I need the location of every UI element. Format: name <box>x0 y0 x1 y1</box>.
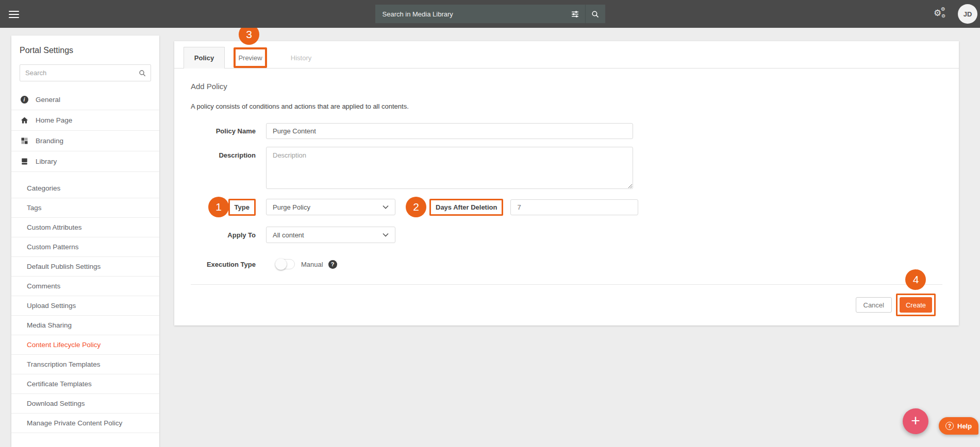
policy-name-input[interactable] <box>266 123 633 139</box>
toggle-knob <box>275 259 287 270</box>
sidebar-item-download-settings[interactable]: Download Settings <box>11 394 159 414</box>
add-policy-form: Policy Name Description 1 Type Purge Pol… <box>191 123 942 316</box>
form-actions: Cancel 4 Create <box>191 294 942 316</box>
description-label: Description <box>191 151 256 159</box>
sidebar-item-upload-settings[interactable]: Upload Settings <box>11 296 159 316</box>
execution-type-label: Execution Type <box>191 261 256 268</box>
help-button[interactable]: ? Help <box>939 417 978 435</box>
search-icon[interactable] <box>586 5 605 23</box>
help-label: Help <box>957 422 972 430</box>
plus-icon: + <box>911 412 920 429</box>
apply-to-row: Apply To All content <box>191 227 942 243</box>
add-policy-card: Policy Preview History 3 Add Policy A po… <box>174 41 959 325</box>
policy-name-row: Policy Name <box>191 123 942 139</box>
apply-to-label: Apply To <box>191 231 256 239</box>
sidebar-item-comments[interactable]: Comments <box>11 277 159 296</box>
sidebar-item-certificate-templates[interactable]: Certificate Templates <box>11 374 159 394</box>
page-title: Add Policy <box>191 82 942 91</box>
execution-type-value: Manual <box>301 261 323 268</box>
help-question-icon: ? <box>945 422 954 430</box>
annotation-badge-1: 1 <box>208 197 229 217</box>
add-fab-button[interactable]: + <box>903 408 928 434</box>
question-help-icon[interactable]: ? <box>328 260 337 269</box>
sidebar-item-tags[interactable]: Tags <box>11 198 159 218</box>
days-after-deletion-input[interactable] <box>510 199 638 215</box>
sidebar-item-home-page[interactable]: Home Page <box>11 110 159 131</box>
sidebar-title: Portal Settings <box>11 36 159 55</box>
menu-icon[interactable] <box>9 9 20 19</box>
chevron-down-icon <box>383 205 389 209</box>
tab-history[interactable]: History <box>275 47 327 68</box>
sidebar-item-custom-attributes[interactable]: Custom Attributes <box>11 218 159 237</box>
annotation-badge-2: 2 <box>406 197 426 217</box>
sidebar-nav: i General Home Page Branding <box>11 90 159 433</box>
type-label-cell: 1 Type <box>191 199 266 216</box>
sidebar-sub-nav: Categories Tags Custom Attributes Custom… <box>11 179 159 433</box>
sidebar-item-label: General <box>36 96 60 104</box>
avatar[interactable]: JD <box>958 4 977 24</box>
cancel-button[interactable]: Cancel <box>856 297 892 313</box>
admin-settings-gears-icon[interactable]: ⚙⚙⚙ <box>934 7 949 21</box>
sidebar-item-general[interactable]: i General <box>11 90 159 110</box>
apply-to-select[interactable]: All content <box>266 227 395 243</box>
type-row: 1 Type Purge Policy 2 Days After Deletio… <box>191 197 942 217</box>
sidebar-item-content-lifecycle-policy[interactable]: Content Lifecycle Policy <box>11 335 159 355</box>
sidebar-item-transcription-templates[interactable]: Transcription Templates <box>11 355 159 374</box>
sidebar-item-library[interactable]: Library <box>11 151 159 172</box>
branding-icon <box>20 136 29 146</box>
sidebar-search <box>20 64 151 81</box>
execution-type-toggle[interactable] <box>276 259 295 269</box>
description-textarea[interactable] <box>266 147 633 189</box>
tab-policy[interactable]: Policy <box>184 47 225 68</box>
filter-icon[interactable] <box>566 5 585 23</box>
sidebar-item-categories[interactable]: Categories <box>11 179 159 198</box>
type-select[interactable]: Purge Policy <box>266 199 395 215</box>
apply-to-select-value: All content <box>273 231 304 239</box>
execution-type-row: Execution Type Manual ? <box>191 259 942 269</box>
portal-settings-sidebar: Portal Settings i General Home Page <box>11 36 159 447</box>
description-row: Description <box>191 147 942 189</box>
home-icon <box>20 116 29 125</box>
media-library-search <box>375 5 605 23</box>
sidebar-item-manage-private-content-policy[interactable]: Manage Private Content Policy <box>11 414 159 433</box>
sidebar-search-icon[interactable] <box>134 69 151 77</box>
create-annotation-box: 4 Create <box>896 294 936 316</box>
sidebar-item-branding[interactable]: Branding <box>11 131 159 151</box>
type-label: Type <box>228 199 256 216</box>
tab-preview[interactable]: Preview <box>234 47 267 68</box>
days-after-deletion-label: Days After Deletion <box>429 199 503 216</box>
policy-form-content: Add Policy A policy consists of conditio… <box>174 82 959 316</box>
tab-bar: Policy Preview History 3 <box>174 41 959 68</box>
sidebar-search-input[interactable] <box>20 69 134 77</box>
form-divider <box>191 284 942 285</box>
sidebar-item-label: Branding <box>36 137 63 145</box>
create-button[interactable]: Create <box>900 297 932 313</box>
sidebar-item-label: Home Page <box>36 116 72 124</box>
chevron-down-icon <box>383 233 389 237</box>
policy-name-label: Policy Name <box>191 127 256 135</box>
sidebar-item-media-sharing[interactable]: Media Sharing <box>11 316 159 335</box>
top-app-bar: ⚙⚙⚙ JD <box>0 0 980 28</box>
policy-intro-text: A policy consists of conditions and acti… <box>191 102 942 110</box>
sidebar-item-label: Library <box>36 158 57 165</box>
type-select-value: Purge Policy <box>273 203 310 211</box>
info-icon: i <box>20 95 29 105</box>
media-library-search-input[interactable] <box>375 10 566 18</box>
sidebar-item-custom-patterns[interactable]: Custom Patterns <box>11 237 159 257</box>
library-icon <box>20 157 29 166</box>
annotation-badge-4: 4 <box>905 269 926 290</box>
sidebar-item-default-publish-settings[interactable]: Default Publish Settings <box>11 257 159 277</box>
